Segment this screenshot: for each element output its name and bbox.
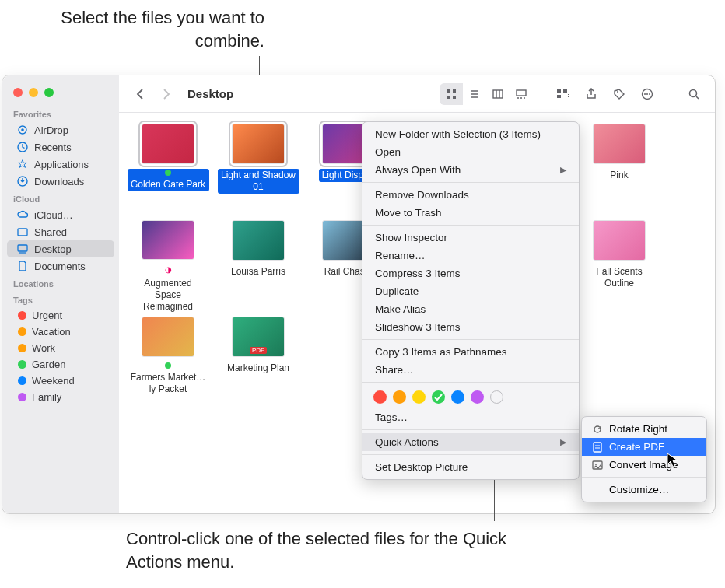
sidebar-label: AirDrop	[34, 124, 68, 136]
file-item[interactable]: ◑Augmented Space Reimagined	[125, 220, 211, 313]
zoom-window[interactable]	[44, 88, 54, 97]
documents-icon	[16, 260, 29, 272]
menu-item[interactable]: Set Desktop Picture	[362, 458, 579, 476]
group-by-button[interactable]	[552, 83, 575, 105]
submenu-item[interactable]: Convert Image	[582, 456, 706, 474]
sidebar-label: Urgent	[32, 310, 62, 321]
svg-rect-11	[517, 90, 526, 96]
file-item[interactable]: Pink	[576, 124, 662, 217]
file-label: Golden Gate Park	[128, 169, 209, 191]
file-label: Light and Shadow 01	[218, 169, 299, 194]
menu-item[interactable]: Duplicate	[362, 282, 579, 300]
file-item[interactable]: Fall Scents Outline	[576, 220, 662, 313]
search-button[interactable]	[682, 83, 706, 105]
sidebar-head-favorites: Favorites	[2, 105, 119, 121]
menu-item[interactable]: Open	[362, 143, 579, 161]
apps-icon	[16, 158, 29, 170]
edit-tags-button[interactable]	[608, 83, 631, 105]
file-item[interactable]: Golden Gate Park	[125, 124, 211, 217]
svg-rect-5	[18, 245, 27, 251]
sidebar-label: Documents	[34, 261, 86, 272]
back-button[interactable]	[128, 83, 152, 105]
icon-view-button[interactable]	[440, 83, 463, 105]
menu-item[interactable]: Show Inspector	[362, 229, 579, 247]
svg-point-18	[646, 93, 648, 95]
sidebar-tag-work[interactable]: Work	[7, 340, 114, 356]
sidebar-item-recents[interactable]: Recents	[7, 138, 114, 156]
submenu-item[interactable]: Rotate Right	[582, 420, 706, 438]
file-item[interactable]: Farmers Market…ly Packet	[125, 317, 211, 410]
sidebar-head-tags: Tags	[2, 291, 119, 307]
svg-point-20	[690, 89, 697, 96]
svg-point-19	[649, 93, 650, 95]
file-label: Fall Scents Outline	[579, 265, 660, 290]
menu-item[interactable]: Always Open With▶	[362, 161, 579, 179]
svg-rect-6	[447, 89, 450, 93]
svg-rect-10	[493, 90, 503, 98]
annotation-bottom: Control-click one of the selected files …	[126, 527, 546, 573]
menu-item[interactable]: New Folder with Selection (3 Items)	[362, 125, 579, 143]
submenu-item[interactable]: Create PDF	[582, 438, 706, 456]
sidebar-label: Shared	[34, 226, 67, 238]
file-thumbnail	[593, 124, 646, 164]
sidebar-tag-urgent[interactable]: Urgent	[7, 307, 114, 324]
file-item[interactable]: PDFMarketing Plan	[215, 317, 301, 410]
sidebar-tag-weekend[interactable]: Weekend	[7, 373, 114, 389]
file-label: ◑Augmented Space Reimagined	[128, 264, 209, 314]
svg-point-1	[21, 128, 24, 131]
menu-item[interactable]: Make Alias	[362, 300, 579, 318]
file-label: Pink	[607, 169, 631, 182]
sidebar-head-icloud: iCloud	[2, 190, 119, 206]
sidebar-item-iclouddrive[interactable]: iCloud…	[7, 206, 114, 223]
sidebar-label: Vacation	[32, 326, 71, 338]
file-item[interactable]: Louisa Parris	[215, 220, 301, 313]
context-menu: New Folder with Selection (3 Items)OpenA…	[362, 121, 580, 480]
sidebar-item-applications[interactable]: Applications	[7, 156, 114, 173]
gallery-view-button[interactable]	[510, 83, 533, 105]
menu-item[interactable]: Slideshow 3 Items	[362, 318, 579, 336]
menu-item[interactable]: Rename…	[362, 247, 579, 264]
sidebar-head-locations: Locations	[2, 275, 119, 291]
view-switcher	[440, 83, 533, 105]
annotation-top: Select the files you want to combine.	[47, 6, 264, 52]
sidebar-item-documents[interactable]: Documents	[7, 257, 114, 275]
sidebar-item-airdrop[interactable]: AirDrop	[7, 121, 114, 138]
sidebar-label: Applications	[34, 159, 89, 170]
menu-item[interactable]: Tags…	[362, 408, 579, 426]
menu-item[interactable]: Remove Downloads	[362, 186, 579, 204]
share-button[interactable]	[580, 83, 603, 105]
minimize-window[interactable]	[29, 88, 38, 97]
menu-item[interactable]: Move to Trash	[362, 204, 579, 222]
menu-item[interactable]: Compress 3 Items	[362, 264, 579, 282]
pdf-icon	[591, 441, 603, 453]
menu-item[interactable]: Quick Actions▶	[362, 433, 579, 451]
forward-button[interactable]	[155, 83, 178, 105]
menu-item[interactable]: Share…	[362, 361, 579, 379]
sidebar-item-desktop[interactable]: Desktop	[7, 240, 114, 257]
menu-item[interactable]: Copy 3 Items as Pathnames	[362, 343, 579, 361]
column-view-button[interactable]	[486, 83, 510, 105]
sidebar-tag-family[interactable]: Family	[7, 389, 114, 405]
svg-rect-12	[557, 89, 561, 93]
airdrop-icon	[16, 124, 29, 136]
list-view-button[interactable]	[463, 83, 486, 105]
more-button[interactable]	[636, 83, 659, 105]
close-window[interactable]	[13, 88, 23, 97]
file-thumbnail	[232, 124, 285, 164]
sidebar-tag-vacation[interactable]: Vacation	[7, 324, 114, 340]
sidebar-label: Downloads	[34, 176, 84, 187]
svg-rect-8	[447, 96, 450, 99]
sidebar-item-shared[interactable]: Shared	[7, 223, 114, 240]
annotation-top-text: Select the files you want to combine.	[61, 8, 264, 51]
submenu-item[interactable]: Customize…	[582, 481, 706, 499]
file-item[interactable]: Light and Shadow 01	[215, 124, 301, 217]
sidebar-label: Family	[32, 391, 61, 403]
file-thumbnail	[232, 220, 285, 261]
sidebar-tag-garden[interactable]: Garden	[7, 356, 114, 373]
tags-picker[interactable]	[362, 386, 579, 408]
svg-rect-4	[18, 229, 27, 236]
sidebar-item-downloads[interactable]: Downloads	[7, 173, 114, 190]
sidebar-label: Weekend	[32, 375, 75, 387]
sidebar-label: Work	[32, 342, 55, 354]
downloads-icon	[16, 175, 29, 187]
